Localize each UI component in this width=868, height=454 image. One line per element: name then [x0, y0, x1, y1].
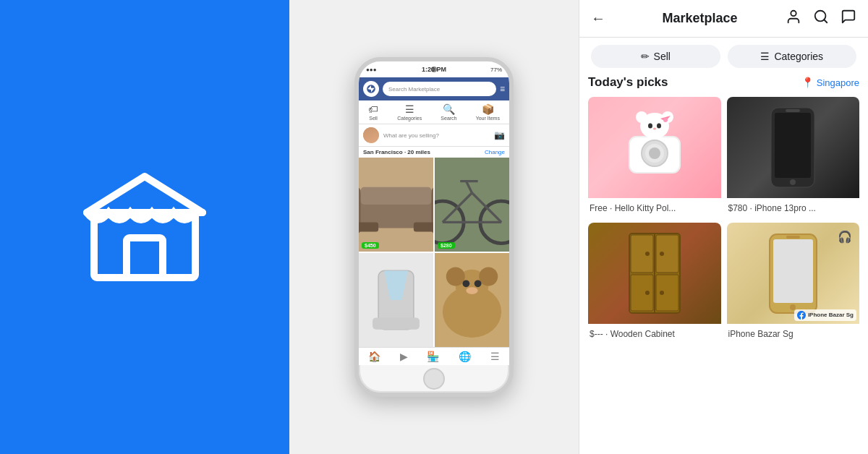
categories-btn-icon: ☰ — [760, 51, 770, 62]
product-hello-kitty-info: Free · Hello Kitty Pol... — [588, 198, 721, 217]
fb-watermark: iPhone Bazar Sg — [794, 309, 856, 321]
phone-listing-bike[interactable]: $280 — [435, 158, 509, 252]
phone-sell-bar: What are you selling? 📷 — [359, 124, 509, 147]
product-iphone-info: $780 · iPhone 13pro ... — [727, 198, 860, 217]
phone-search-input[interactable]: Search Marketplace — [383, 82, 496, 96]
svg-point-43 — [653, 128, 656, 130]
phone-bottom-play-icon[interactable]: ▶ — [400, 351, 408, 362]
product-iphone2-desc: iPhone Bazar Sg — [728, 329, 793, 339]
account-icon[interactable] — [786, 9, 801, 28]
phone-bottom-store-icon[interactable]: 🏪 — [427, 351, 439, 362]
middle-panel: ●●● 1:20 PM 77% Search Marketplace ≡ 🏷 S… — [289, 0, 579, 454]
svg-point-26 — [479, 267, 498, 286]
search-nav-icon: 🔍 — [443, 103, 455, 115]
phone-battery: 77% — [490, 67, 502, 73]
phone-listings-grid: $450 $280 — [359, 158, 509, 347]
svg-rect-20 — [373, 317, 420, 329]
phone-bottom-home-icon[interactable]: 🏠 — [368, 351, 380, 362]
product-hello-kitty-image — [588, 97, 721, 198]
svg-rect-53 — [656, 275, 678, 311]
categories-button[interactable]: ☰ Categories — [728, 45, 857, 68]
phone-nav-sell-label: Sell — [369, 116, 378, 121]
phone-nav-categories[interactable]: ☰ Categories — [397, 103, 422, 121]
phone-user-avatar — [363, 127, 379, 143]
marketplace-title: Marketplace — [614, 11, 786, 26]
phone-nav: 🏷 Sell ☰ Categories 🔍 Search 📦 Your Item… — [359, 100, 509, 124]
phone-bottom-globe-icon[interactable]: 🌐 — [459, 351, 471, 362]
product-iphone2-info: iPhone Bazar Sg — [727, 324, 860, 343]
categories-icon: ☰ — [405, 103, 414, 115]
product-iphone-bazar[interactable]: 🎧 iPhone Bazar Sg iPhone Bazar Sg — [727, 223, 860, 343]
svg-point-55 — [660, 252, 664, 256]
svg-point-28 — [475, 280, 482, 287]
phone-listing-bear[interactable] — [435, 253, 509, 347]
svg-rect-60 — [786, 236, 800, 239]
left-panel — [0, 0, 289, 454]
messages-icon[interactable] — [841, 9, 856, 28]
svg-rect-7 — [361, 187, 432, 205]
phone-listing-blender[interactable] — [359, 253, 433, 347]
phone-sofa-price: $450 — [362, 242, 379, 249]
messenger-icon — [363, 81, 379, 97]
svg-point-25 — [446, 267, 465, 286]
svg-point-30 — [791, 11, 796, 16]
phone-signal: ●●● — [366, 67, 377, 73]
location-pin-icon: 📍 — [801, 77, 814, 88]
svg-point-54 — [645, 252, 650, 256]
categories-btn-label: Categories — [774, 51, 823, 62]
svg-rect-46 — [786, 109, 800, 112]
svg-rect-45 — [775, 113, 811, 178]
right-actions: ✏ Sell ☰ Categories — [579, 38, 868, 75]
search-icon[interactable] — [813, 9, 829, 28]
right-panel: ← Marketplace — [579, 0, 868, 454]
svg-point-40 — [663, 118, 668, 122]
phone-bottom-nav: 🏠 ▶ 🏪 🌐 ☰ — [359, 347, 509, 365]
phone-bottom-menu-icon[interactable]: ☰ — [490, 351, 500, 362]
svg-point-57 — [660, 291, 664, 295]
your-items-icon: 📦 — [482, 103, 494, 115]
svg-rect-10 — [435, 158, 509, 252]
hello-kitty-svg — [618, 111, 691, 184]
svg-point-61 — [790, 304, 796, 310]
svg-point-27 — [463, 280, 470, 287]
earphones-icon: 🎧 — [838, 230, 852, 244]
phone-change-location-btn[interactable]: Change — [485, 149, 505, 155]
svg-point-56 — [645, 291, 650, 295]
store-icon — [72, 155, 217, 299]
phone-nav-search[interactable]: 🔍 Search — [441, 103, 456, 121]
svg-point-29 — [466, 287, 477, 294]
product-cabinet-info: $--- · Wooden Cabinet — [588, 324, 721, 343]
phone-listing-sofa[interactable]: $450 — [359, 158, 433, 252]
phone-home-button[interactable] — [423, 368, 445, 390]
phone-location-text: San Francisco · 20 miles — [363, 149, 430, 155]
phone-filter-icon: ≡ — [500, 84, 505, 94]
right-header: ← Marketplace — [579, 0, 868, 38]
phone-nav-sell[interactable]: 🏷 Sell — [368, 103, 378, 121]
phone-nav-items-label: Your Items — [476, 116, 500, 121]
phone-sell-placeholder[interactable]: What are you selling? — [383, 132, 490, 139]
svg-point-47 — [790, 179, 796, 185]
cabinet-svg — [622, 230, 687, 317]
phone-nav-your-items[interactable]: 📦 Your Items — [476, 103, 500, 121]
back-button[interactable]: ← — [591, 10, 605, 27]
sell-button[interactable]: ✏ Sell — [591, 45, 720, 68]
phone-time: 1:20 PM — [422, 66, 446, 73]
phone-search-placeholder: Search Marketplace — [388, 86, 440, 93]
product-cabinet[interactable]: $--- · Wooden Cabinet — [588, 223, 721, 343]
picks-location-name: Singapore — [817, 77, 859, 88]
products-grid: Free · Hello Kitty Pol... $780 · iPhone … — [588, 97, 859, 343]
picks-location[interactable]: 📍 Singapore — [801, 77, 859, 88]
phone-nav-categories-label: Categories — [397, 116, 422, 121]
product-iphone13[interactable]: $780 · iPhone 13pro ... — [727, 97, 860, 217]
svg-point-41 — [648, 124, 652, 129]
phone-camera-sell-icon: 📷 — [494, 130, 505, 140]
product-hello-kitty[interactable]: Free · Hello Kitty Pol... — [588, 97, 721, 217]
iphone-gold-svg — [766, 232, 820, 315]
product-iphone-desc: $780 · iPhone 13pro ... — [728, 203, 816, 213]
sell-icon: 🏷 — [368, 103, 378, 115]
product-iphone2-image: 🎧 iPhone Bazar Sg — [727, 223, 860, 324]
picks-header: Today's picks 📍 Singapore — [588, 75, 859, 90]
header-icons — [786, 9, 856, 28]
svg-point-42 — [657, 124, 661, 129]
iphone-svg — [764, 104, 822, 191]
